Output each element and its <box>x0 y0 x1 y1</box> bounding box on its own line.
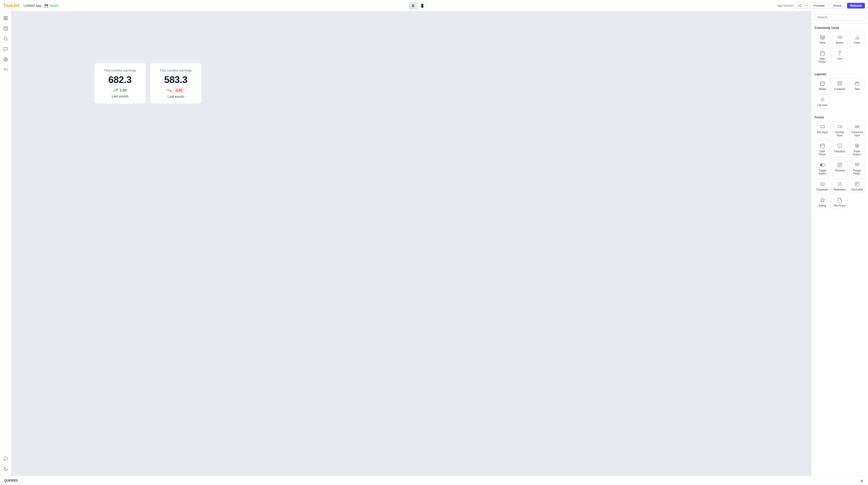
svg-rect-59 <box>820 183 824 185</box>
svg-rect-18 <box>820 52 824 55</box>
multiselect-label: Multiselect <box>834 188 846 191</box>
component-table[interactable]: Table <box>814 32 830 46</box>
mobile-view-button[interactable]: 📱 <box>418 2 427 9</box>
password-input-label: Password Input <box>850 131 864 137</box>
trend-down-icon <box>167 88 172 93</box>
checkbox-label: Checkbox <box>834 150 845 153</box>
component-password-input[interactable]: Password Input <box>849 121 865 139</box>
svg-rect-57 <box>857 163 859 165</box>
canvas-inner: This months earnings 682.3 2.85 Last mon… <box>11 11 811 476</box>
commonly-used-grid: Table Button Chart <box>814 32 865 65</box>
share-button[interactable]: Share <box>830 3 845 9</box>
dropdown-label: Dropdown <box>816 188 829 191</box>
queries-collapse-icon[interactable]: ▲ <box>860 478 864 483</box>
component-number-input[interactable]: Number Input <box>832 121 847 139</box>
sidebar-bottom <box>1 454 10 474</box>
component-datepicker-2[interactable]: Date Picker <box>814 140 830 158</box>
topbar: ToolJet Untitled app 💾 Saved 🖥 📱 App Ver… <box>0 0 868 11</box>
component-toggle[interactable]: Toggle Switch <box>814 160 830 177</box>
component-tabs[interactable]: Tabs <box>849 78 865 93</box>
svg-rect-2 <box>4 19 5 20</box>
component-radio[interactable]: Radio Button <box>849 140 865 158</box>
saved-icon: 💾 <box>44 4 49 7</box>
component-chart[interactable]: Chart <box>849 32 865 46</box>
cards-row: This months earnings 682.3 2.85 Last mon… <box>94 63 202 104</box>
component-rating[interactable]: Rating <box>814 195 830 209</box>
commonly-used-title: Commonly Used <box>814 26 865 30</box>
svg-point-41 <box>857 126 858 127</box>
checkbox-icon <box>837 143 843 149</box>
search-box-wrap <box>811 11 868 24</box>
chart-label: Chart <box>854 41 860 44</box>
svg-point-5 <box>4 37 7 40</box>
textarea-label: Textarea <box>835 169 844 172</box>
trend-up-icon <box>113 88 118 93</box>
undo-icon[interactable] <box>1 65 10 74</box>
logo: ToolJet <box>3 3 20 8</box>
canvas-area[interactable]: This months earnings 682.3 2.85 Last mon… <box>11 11 811 476</box>
card-1-change: 2.85 <box>103 88 137 93</box>
svg-rect-27 <box>840 82 842 83</box>
card-2-change-badge: 2.85 <box>173 88 185 93</box>
tabs-icon <box>854 80 860 87</box>
pages-icon[interactable] <box>1 13 10 23</box>
component-text[interactable]: Text <box>832 48 847 65</box>
database-icon[interactable] <box>1 24 10 33</box>
queries-label: QUERIES <box>4 479 18 482</box>
component-multiselect[interactable]: Multiselect <box>832 179 847 193</box>
datepicker-label: Date Picker <box>816 57 829 64</box>
component-datepicker[interactable]: Date Picker <box>814 48 830 65</box>
svg-rect-3 <box>6 19 7 20</box>
inspector-icon[interactable] <box>1 34 10 43</box>
preview-button[interactable]: Preview <box>810 3 828 9</box>
component-listview[interactable]: List view <box>814 94 830 108</box>
svg-rect-28 <box>840 84 842 86</box>
file-picker-icon <box>837 197 843 203</box>
component-dropdown[interactable]: Dropdown <box>814 179 830 193</box>
radio-label: Radio Button <box>850 150 864 156</box>
version-select[interactable]: v1 <box>796 3 808 8</box>
rating-icon <box>819 197 826 203</box>
datepicker-icon <box>819 50 826 56</box>
settings-icon[interactable] <box>1 55 10 64</box>
card-1-period: Last month <box>103 95 137 98</box>
tabs-label: Tabs <box>854 88 860 91</box>
component-textarea[interactable]: Textarea <box>832 160 847 177</box>
text-input-icon <box>819 124 826 130</box>
dark-mode-icon[interactable] <box>1 464 10 474</box>
container-icon <box>837 80 843 87</box>
svg-rect-36 <box>838 126 842 128</box>
svg-point-4 <box>4 27 7 28</box>
svg-marker-67 <box>820 198 825 202</box>
listview-label: List view <box>817 104 827 107</box>
component-modal[interactable]: Modal <box>814 78 830 93</box>
desktop-view-button[interactable]: 🖥 <box>409 2 417 9</box>
search-input[interactable] <box>814 14 865 21</box>
component-range-picker[interactable]: Range Picker <box>849 160 865 177</box>
multiselect-icon <box>837 181 843 187</box>
number-input-label: Number Input <box>833 131 846 137</box>
chat-support-icon[interactable] <box>1 454 10 463</box>
stat-card-1: This months earnings 682.3 2.85 Last mon… <box>94 63 146 104</box>
saved-label: Saved <box>50 4 58 7</box>
component-text-editor[interactable]: Text Editor <box>849 179 865 193</box>
number-input-icon <box>837 124 843 130</box>
svg-point-49 <box>856 145 858 147</box>
component-text-input[interactable]: Text Input <box>814 121 830 139</box>
comments-icon[interactable] <box>1 44 10 54</box>
release-button[interactable]: Release <box>847 3 865 8</box>
text-editor-icon <box>854 181 860 187</box>
component-checkbox[interactable]: Checkbox <box>832 140 847 158</box>
text-label: Text <box>837 57 842 61</box>
svg-point-40 <box>856 126 857 127</box>
divider-1 <box>811 68 868 69</box>
component-file-picker[interactable]: File Picker <box>832 195 847 209</box>
file-picker-label: File Picker <box>834 204 846 207</box>
stat-card-2: This months earnings 583.3 2.85 Last mon… <box>150 63 202 104</box>
component-button[interactable]: Button <box>832 32 847 46</box>
container-label: Container <box>834 88 845 91</box>
text-icon <box>837 50 843 56</box>
rating-label: Rating <box>818 204 826 207</box>
component-container[interactable]: Container <box>832 78 847 93</box>
toggle-label: Toggle Switch <box>816 169 829 175</box>
